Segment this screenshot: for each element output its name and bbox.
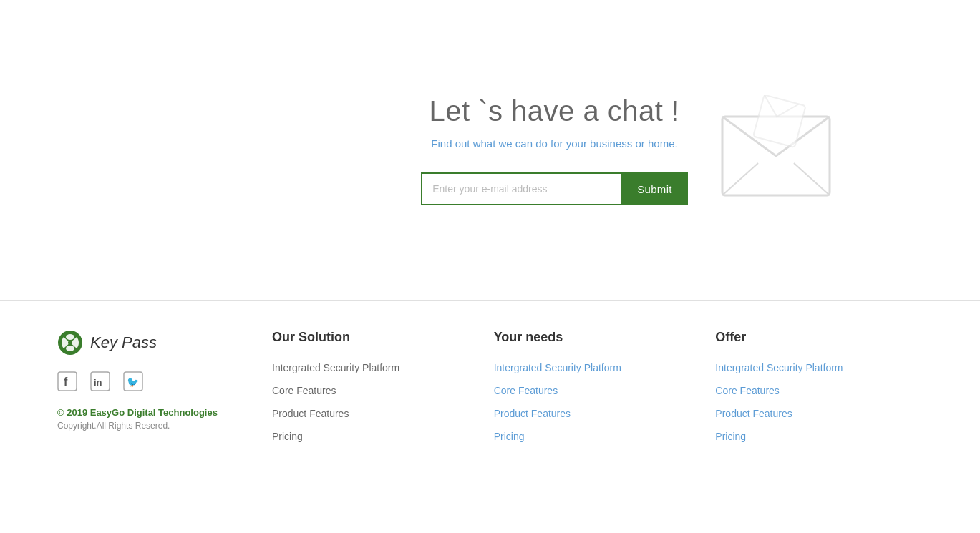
envelope-illustration <box>715 95 837 205</box>
svg-point-6 <box>66 346 74 351</box>
svg-text:in: in <box>94 377 102 388</box>
hero-content: Let `s have a chat ! Find out what we ca… <box>340 95 770 205</box>
svg-text:f: f <box>64 376 68 388</box>
svg-text:🐦: 🐦 <box>127 376 140 388</box>
footer-col-title-our-solution: Our Solution <box>272 330 465 345</box>
footer-link-product-features-3[interactable]: Product Features <box>715 408 908 419</box>
footer-link-pricing-3[interactable]: Pricing <box>715 431 908 442</box>
footer-link-integrated-security-2[interactable]: Intergrated Security Platform <box>494 362 687 373</box>
footer-link-product-features-2[interactable]: Product Features <box>494 408 687 419</box>
envelope-icon <box>715 95 837 202</box>
svg-point-5 <box>66 334 74 340</box>
footer-col-title-offer: Offer <box>715 330 908 345</box>
email-input[interactable] <box>421 172 621 205</box>
twitter-icon[interactable]: 🐦 <box>123 371 143 391</box>
footer-link-pricing-2[interactable]: Pricing <box>494 431 687 442</box>
footer-link-core-features-3[interactable]: Core Features <box>715 385 908 396</box>
footer-col-title-your-needs: Your needs <box>494 330 687 345</box>
copyright-text: © 2019 EasyGo Digital Technologies <box>57 407 243 418</box>
copyright-sub: Copyright.All Rights Resered. <box>57 421 243 431</box>
footer: Key Pass f in 🐦 © 2 <box>0 301 980 482</box>
brand-name: Key Pass <box>90 333 157 352</box>
email-form: Submit <box>340 172 770 205</box>
brand-logo: Key Pass <box>57 330 243 356</box>
footer-link-integrated-security-3[interactable]: Intergrated Security Platform <box>715 362 908 373</box>
hero-section: Let `s have a chat ! Find out what we ca… <box>0 0 980 300</box>
footer-link-pricing-1[interactable]: Pricing <box>272 431 465 442</box>
hero-subtitle: Find out what we can do for your busines… <box>340 137 770 150</box>
footer-link-integrated-security-1[interactable]: Intergrated Security Platform <box>272 362 465 373</box>
footer-col-our-solution: Our Solution Intergrated Security Platfo… <box>258 330 480 454</box>
footer-brand-column: Key Pass f in 🐦 © 2 <box>57 330 258 454</box>
submit-button[interactable]: Submit <box>621 172 688 205</box>
brand-icon <box>57 330 83 356</box>
linkedin-icon[interactable]: in <box>90 371 110 391</box>
footer-link-product-features-1[interactable]: Product Features <box>272 408 465 419</box>
footer-col-your-needs: Your needs Intergrated Security Platform… <box>480 330 702 454</box>
social-icons: f in 🐦 <box>57 371 243 391</box>
footer-col-offer: Offer Intergrated Security Platform Core… <box>701 330 923 454</box>
svg-point-7 <box>68 341 72 345</box>
footer-link-core-features-1[interactable]: Core Features <box>272 385 465 396</box>
hero-title: Let `s have a chat ! <box>340 95 770 127</box>
footer-link-core-features-2[interactable]: Core Features <box>494 385 687 396</box>
facebook-icon[interactable]: f <box>57 371 77 391</box>
